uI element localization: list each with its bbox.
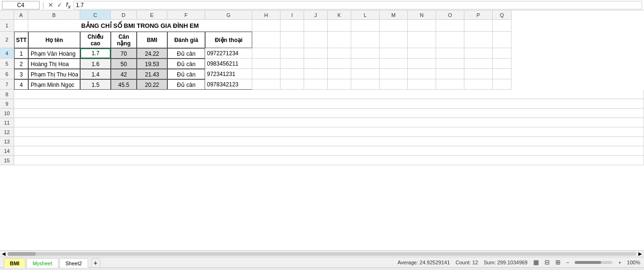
cell-e6[interactable]: 21.43 <box>137 69 167 79</box>
col-header-p[interactable]: P <box>464 10 493 20</box>
cell-i2[interactable] <box>281 32 304 48</box>
zoom-in-icon[interactable]: + <box>618 260 621 265</box>
col-header-k[interactable]: K <box>328 10 351 20</box>
cell-q2[interactable] <box>493 32 512 48</box>
cell-d7[interactable]: 45.5 <box>111 79 137 90</box>
cell-l2[interactable] <box>351 32 380 48</box>
cell-j5[interactable] <box>304 59 328 69</box>
cell-g6[interactable]: 972341231 <box>205 69 252 79</box>
row-header-14[interactable]: 14 <box>0 146 14 156</box>
cell-b7[interactable]: Phạm Minh Ngọc <box>28 79 80 90</box>
cell-a7[interactable]: 4 <box>14 79 28 90</box>
cell-l4[interactable] <box>351 48 380 59</box>
cell-o6[interactable] <box>436 69 464 79</box>
cell-i6[interactable] <box>281 69 304 79</box>
col-header-i[interactable]: I <box>281 10 304 20</box>
col-header-l[interactable]: L <box>351 10 380 20</box>
cell-m6[interactable] <box>380 69 408 79</box>
scroll-left-arrow[interactable]: ◀ <box>2 251 6 256</box>
row-header-12[interactable]: 12 <box>0 127 14 137</box>
formula-input[interactable]: 1.7 <box>74 1 642 9</box>
cell-p1[interactable] <box>464 20 493 32</box>
zoom-out-icon[interactable]: − <box>566 260 569 265</box>
cell-i1[interactable] <box>281 20 304 32</box>
row-header-8[interactable]: 8 <box>0 90 14 99</box>
cell-o4[interactable] <box>436 48 464 59</box>
cell-o1[interactable] <box>436 20 464 32</box>
cell-q7[interactable] <box>493 79 512 90</box>
add-sheet-button[interactable]: + <box>91 258 100 268</box>
cell-d6[interactable]: 42 <box>111 69 137 79</box>
cell-c4[interactable]: 1.7 <box>80 48 111 59</box>
cell-m1[interactable] <box>380 20 408 32</box>
cell-c5[interactable]: 1.6 <box>80 59 111 69</box>
cell-n7[interactable] <box>408 79 436 90</box>
cell-n1[interactable] <box>408 20 436 32</box>
cell-m7[interactable] <box>380 79 408 90</box>
cell-g7[interactable]: 0978342123 <box>205 79 252 90</box>
row-header-11[interactable]: 11 <box>0 118 14 127</box>
cell-g4[interactable]: 0972271234 <box>205 48 252 59</box>
cell-d5[interactable]: 50 <box>111 59 137 69</box>
row-header-15[interactable]: 15 <box>0 156 14 165</box>
col-header-o[interactable]: O <box>436 10 464 20</box>
cell-j7[interactable] <box>304 79 328 90</box>
row-header-4[interactable]: 4 <box>0 48 14 59</box>
cell-g5[interactable]: 0983456211 <box>205 59 252 69</box>
cell-q6[interactable] <box>493 69 512 79</box>
col-header-q[interactable]: Q <box>493 10 512 20</box>
cell-b5[interactable]: Hoàng Thị Hoa <box>28 59 80 69</box>
row-header-1[interactable]: 1 <box>0 20 14 32</box>
cell-p4[interactable] <box>464 48 493 59</box>
cell-n6[interactable] <box>408 69 436 79</box>
cell-q5[interactable] <box>493 59 512 69</box>
cell-l7[interactable] <box>351 79 380 90</box>
cell-c7[interactable]: 1.5 <box>80 79 111 90</box>
cell-a4[interactable]: 1 <box>14 48 28 59</box>
row-header-10[interactable]: 10 <box>0 109 14 118</box>
cell-j2[interactable] <box>304 32 328 48</box>
cell-l5[interactable] <box>351 59 380 69</box>
cell-f2[interactable]: Đánh giá <box>167 32 205 48</box>
cell-k4[interactable] <box>328 48 351 59</box>
row-header-13[interactable]: 13 <box>0 137 14 146</box>
col-header-g[interactable]: G <box>205 10 252 20</box>
col-header-b[interactable]: B <box>28 10 80 20</box>
col-header-h[interactable]: H <box>252 10 281 20</box>
cell-n2[interactable] <box>408 32 436 48</box>
cell-h2[interactable] <box>252 32 281 48</box>
cell-d2[interactable]: Cân nặng <box>111 32 137 48</box>
cell-e4[interactable]: 24.22 <box>137 48 167 59</box>
cell-a2[interactable]: STT <box>14 32 28 48</box>
cell-k2[interactable] <box>328 32 351 48</box>
col-header-n[interactable]: N <box>408 10 436 20</box>
cell-b6[interactable]: Phạm Thị Thu Hòa <box>28 69 80 79</box>
cell-j4[interactable] <box>304 48 328 59</box>
name-box[interactable]: C4 <box>2 1 40 9</box>
cell-m5[interactable] <box>380 59 408 69</box>
cell-e2[interactable]: BMI <box>137 32 167 48</box>
sheet-tab-sheet2[interactable]: Sheet2 <box>59 258 88 268</box>
cell-m2[interactable] <box>380 32 408 48</box>
cell-c6[interactable]: 1.4 <box>80 69 111 79</box>
cell-e7[interactable]: 20.22 <box>137 79 167 90</box>
cell-k7[interactable] <box>328 79 351 90</box>
cell-a1[interactable] <box>14 20 28 32</box>
cell-h6[interactable] <box>252 69 281 79</box>
cell-e5[interactable]: 19.53 <box>137 59 167 69</box>
cell-k5[interactable] <box>328 59 351 69</box>
col-header-a[interactable]: A <box>14 10 28 20</box>
cell-c2[interactable]: Chiều cao <box>80 32 111 48</box>
cell-f6[interactable]: Đủ cân <box>167 69 205 79</box>
cancel-formula-icon[interactable]: ✕ <box>47 1 54 8</box>
col-header-d[interactable]: D <box>111 10 137 20</box>
page-layout-icon[interactable]: ⊟ <box>545 259 550 266</box>
sheet-tab-bmi[interactable]: BMI <box>4 258 25 268</box>
cell-f4[interactable]: Đủ cân <box>167 48 205 59</box>
cell-f7[interactable]: Đủ cân <box>167 79 205 90</box>
cell-p7[interactable] <box>464 79 493 90</box>
row-header-5[interactable]: 5 <box>0 59 14 69</box>
row-header-6[interactable]: 6 <box>0 69 14 79</box>
row-header-2[interactable]: 2 <box>0 32 14 48</box>
cell-q4[interactable] <box>493 48 512 59</box>
